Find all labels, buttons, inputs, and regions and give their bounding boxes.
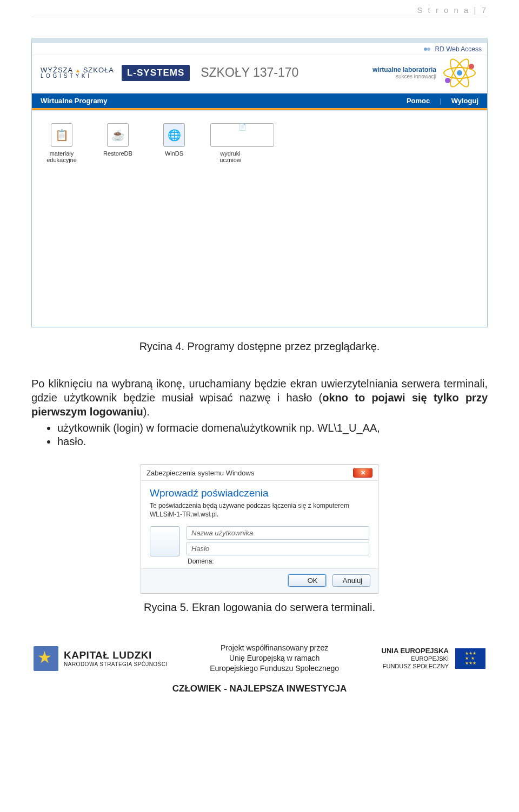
- app-glyph-icon: 📄: [210, 123, 274, 147]
- dialog-heading: Wprowadź poświadczenia: [150, 487, 369, 499]
- username-input[interactable]: Nazwa użytkownika: [187, 526, 369, 540]
- domain-label: Domena:: [187, 558, 369, 565]
- figure-5-credentials-dialog: Zabezpieczenia systemu Windows ✕ Wprowad…: [141, 464, 378, 594]
- app-glyph-icon: ☕: [107, 123, 129, 147]
- app-glyph-icon: 🌐: [163, 123, 185, 147]
- eu-flag-icon: ★ ★ ★★ ★★ ★ ★: [455, 648, 485, 669]
- app-icon-materiały-edukacyjne[interactable]: 📋materiały edukacyjne: [42, 123, 82, 163]
- kapital-ludzki-icon: [34, 646, 58, 671]
- password-input[interactable]: Hasło: [187, 542, 369, 555]
- wirtlab-text: wirtualne laboratoria sukces innowacji: [372, 66, 436, 79]
- close-button[interactable]: ✕: [353, 468, 372, 478]
- project-funding-text: Projekt współfinansowany przez Unię Euro…: [210, 643, 339, 674]
- ok-button[interactable]: OK: [288, 574, 326, 587]
- app-icon-WinDS[interactable]: 🌐WinDS: [154, 123, 194, 163]
- app-icon-label: materiały edukacyjne: [42, 150, 82, 163]
- kl-subtitle: NARODOWA STRATEGIA SPÓJNOŚCI: [64, 661, 168, 667]
- app-icon-label: RestoreDB: [98, 150, 138, 157]
- dialog-title: Zabezpieczenia systemu Windows: [147, 469, 254, 477]
- svg-point-0: [424, 48, 427, 51]
- kl-title: KAPITAŁ LUDZKI: [64, 649, 168, 661]
- rdweb-icon: [423, 46, 431, 53]
- app-icon-label: WinDS: [154, 150, 194, 157]
- atom-icon: [441, 58, 478, 88]
- figure-4-rdweb-screenshot: RD Web Access WYŻSZA ▲ SZKOŁA L O G I S …: [31, 38, 488, 327]
- app-icon-wydruki-uczniow[interactable]: 📄wydruki uczniow: [210, 123, 250, 163]
- investment-slogan: CZŁOWIEK - NAJLEPSZA INWESTYCJA: [31, 683, 488, 694]
- bullet-login-format: użytkownik (login) w formacie domena\uży…: [57, 422, 488, 434]
- portal-title: SZKOŁY 137-170: [201, 65, 298, 80]
- link-wyloguj[interactable]: Wyloguj: [451, 97, 478, 105]
- eu-line3: FUNDUSZ SPOŁECZNY: [382, 663, 449, 670]
- tab-wirtualne-programy[interactable]: Wirtualne Programy: [41, 97, 107, 105]
- lsystems-logo: L-SYSTEMS: [122, 65, 190, 81]
- user-avatar-icon: [150, 526, 180, 556]
- app-icon-RestoreDB[interactable]: ☕RestoreDB: [98, 123, 138, 163]
- footer-logos: KAPITAŁ LUDZKI NARODOWA STRATEGIA SPÓJNO…: [31, 643, 488, 674]
- eu-line2: EUROPEJSKI: [382, 655, 449, 663]
- separator: |: [440, 97, 441, 105]
- svg-point-1: [427, 48, 430, 51]
- figure-5-caption: Rycina 5. Ekran logowania do serwera ter…: [31, 601, 488, 614]
- rdweb-label: RD Web Access: [435, 45, 482, 53]
- page-number: S t r o n a | 7: [31, 0, 488, 17]
- link-pomoc[interactable]: Pomoc: [407, 97, 430, 105]
- paragraph-1: Po kliknięciu na wybraną ikonę, uruchami…: [31, 377, 488, 419]
- eu-title: UNIA EUROPEJSKA: [382, 647, 449, 655]
- cancel-button[interactable]: Anuluj: [332, 574, 370, 587]
- app-icon-label: wydruki uczniow: [210, 150, 250, 163]
- app-glyph-icon: 📋: [51, 123, 72, 147]
- figure-4-caption: Rycina 4. Programy dostępne przez przegl…: [31, 340, 488, 353]
- dialog-subtext: Te poświadczenia będą używane podczas łą…: [150, 501, 369, 519]
- wsl-logo: WYŻSZA ▲ SZKOŁA L O G I S T Y K I: [41, 66, 114, 79]
- bullet-password: hasło.: [57, 435, 488, 448]
